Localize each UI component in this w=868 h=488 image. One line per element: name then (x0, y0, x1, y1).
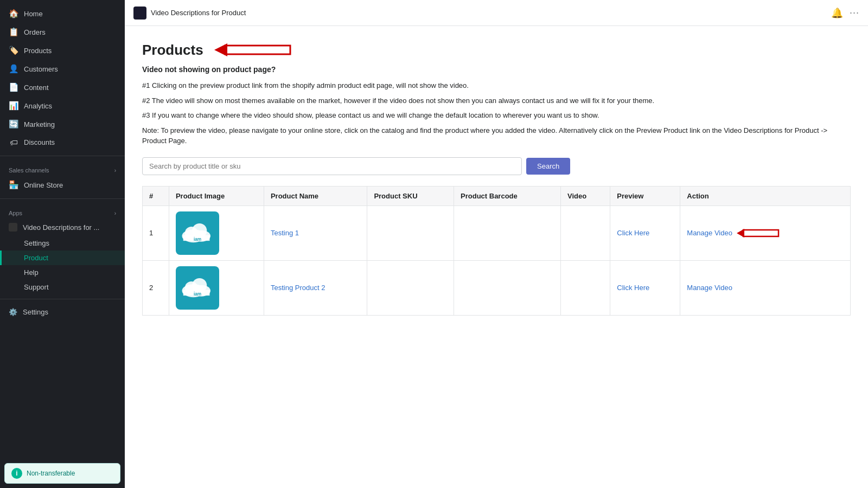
svg-text:iam: iam (194, 292, 201, 297)
topbar: Video Descriptions for Product 🔔 ··· (125, 0, 868, 26)
more-options-icon[interactable]: ··· (850, 7, 859, 18)
marketing-icon: 🔄 (9, 119, 18, 129)
topbar-title: Video Descriptions for Product (151, 9, 827, 17)
bell-icon[interactable]: 🔔 (831, 7, 843, 19)
sidebar-item-home[interactable]: 🏠 Home (0, 4, 125, 23)
svg-rect-10 (743, 230, 778, 236)
cell-video-2 (560, 260, 610, 315)
arrow-annotation-manage-1 (737, 226, 786, 241)
cell-video-1 (560, 206, 610, 260)
info-icon: i (11, 468, 22, 479)
svg-marker-11 (737, 229, 744, 237)
manage-video-link-1[interactable]: Manage Video (687, 229, 732, 237)
search-bar: Search (142, 157, 851, 175)
page-title-row: Products (142, 39, 851, 61)
sidebar-item-customers[interactable]: 👤 Customers (0, 60, 125, 78)
topbar-app-icon (133, 7, 146, 20)
col-num: # (143, 186, 169, 206)
sidebar-item-marketing[interactable]: 🔄 Marketing (0, 115, 125, 133)
non-transferable-label: Non-transferable (27, 470, 75, 477)
sidebar-item-online-store[interactable]: 🏪 Online Store (0, 176, 125, 194)
cell-name-1: Testing 1 (264, 206, 367, 260)
sidebar-sub-support[interactable]: Support (0, 280, 125, 294)
cell-num-2: 2 (143, 260, 169, 315)
sidebar-item-discounts[interactable]: 🏷 Discounts (0, 133, 125, 151)
sidebar-item-content-label: Content (24, 84, 49, 92)
sidebar-item-orders[interactable]: 📋 Orders (0, 23, 125, 41)
col-product-image: Product Image (169, 186, 264, 206)
non-transferable-badge: i Non-transferable (4, 463, 120, 484)
col-product-sku: Product SKU (367, 186, 454, 206)
analytics-icon: 📊 (9, 101, 18, 111)
sidebar-item-settings[interactable]: ⚙️ Settings (0, 304, 125, 320)
cell-image-1: iam (169, 206, 264, 260)
table-row: 2 iam (143, 260, 851, 315)
cell-preview-1: Click Here (610, 206, 680, 260)
gear-icon: ⚙️ (9, 308, 17, 316)
info-text-1: #1 Clicking on the preview product link … (142, 80, 851, 91)
col-video: Video (560, 186, 610, 206)
app-square-icon (9, 223, 17, 232)
main-area: Video Descriptions for Product 🔔 ··· Pro… (125, 0, 868, 488)
cell-num-1: 1 (143, 206, 169, 260)
sidebar-item-home-label: Home (24, 10, 43, 18)
search-button[interactable]: Search (526, 158, 570, 175)
customers-icon: 👤 (9, 64, 18, 74)
content-area: Products Video not showing on product pa… (125, 26, 868, 488)
col-preview: Preview (610, 186, 680, 206)
chevron-right-icon: › (114, 168, 116, 174)
search-input[interactable] (142, 157, 522, 175)
cell-preview-2: Click Here (610, 260, 680, 315)
info-text-3: #3 If you want to change where the video… (142, 110, 851, 121)
sidebar-item-analytics-label: Analytics (24, 102, 52, 110)
note-text: Note: To preview the video, please navig… (142, 125, 851, 146)
sidebar-item-online-store-label: Online Store (24, 181, 63, 189)
col-product-barcode: Product Barcode (454, 186, 561, 206)
preview-link-1[interactable]: Click Here (617, 229, 649, 237)
sidebar-sub-settings[interactable]: Settings (0, 236, 125, 251)
sidebar-item-analytics[interactable]: 📊 Analytics (0, 97, 125, 115)
product-link-1[interactable]: Testing 1 (271, 229, 299, 237)
cell-sku-2 (367, 260, 454, 315)
sidebar-item-products[interactable]: 🏷️ Products (0, 41, 125, 60)
topbar-actions: 🔔 ··· (831, 7, 859, 19)
content-icon: 📄 (9, 82, 18, 92)
divider-1 (0, 156, 125, 156)
manage-video-link-2[interactable]: Manage Video (687, 284, 732, 292)
sidebar-bottom: i Non-transferable (0, 459, 125, 488)
info-heading: Video not showing on product page? (142, 65, 851, 74)
col-action: Action (680, 186, 851, 206)
svg-rect-1 (225, 46, 290, 54)
svg-marker-2 (214, 43, 227, 56)
sidebar-item-video-descriptions[interactable]: Video Descriptions for ... (0, 219, 125, 236)
table-row: 1 iam (143, 206, 851, 260)
divider-3 (0, 299, 125, 299)
divider-2 (0, 198, 125, 199)
cell-image-2: iam (169, 260, 264, 315)
col-product-name: Product Name (264, 186, 367, 206)
sidebar-item-orders-label: Orders (24, 28, 46, 36)
sidebar-item-content[interactable]: 📄 Content (0, 78, 125, 97)
cloud-icon-2: iam (181, 275, 214, 300)
sidebar: 🏠 Home 📋 Orders 🏷️ Products 👤 Customers … (0, 0, 125, 488)
cloud-icon-1: iam (181, 221, 214, 245)
sidebar-item-products-label: Products (24, 47, 52, 55)
product-image-1: iam (176, 211, 219, 255)
sidebar-sub-product[interactable]: Product (0, 251, 125, 265)
orders-icon: 📋 (9, 27, 18, 37)
sales-channels-section: Sales channels › (0, 160, 125, 176)
product-link-2[interactable]: Testing Product 2 (271, 284, 325, 292)
preview-link-2[interactable]: Click Here (617, 284, 649, 292)
products-table: # Product Image Product Name Product SKU… (142, 186, 851, 316)
page-title: Products (142, 42, 203, 59)
apps-section: Apps › (0, 203, 125, 219)
sidebar-sub-help[interactable]: Help (0, 265, 125, 280)
cell-sku-1 (367, 206, 454, 260)
product-image-2: iam (176, 266, 219, 310)
home-icon: 🏠 (9, 9, 18, 18)
arrow-annotation-products (214, 39, 301, 61)
sidebar-item-discounts-label: Discounts (24, 138, 55, 146)
online-store-icon: 🏪 (9, 180, 18, 190)
svg-text:iam: iam (194, 237, 201, 242)
cell-barcode-1 (454, 206, 561, 260)
